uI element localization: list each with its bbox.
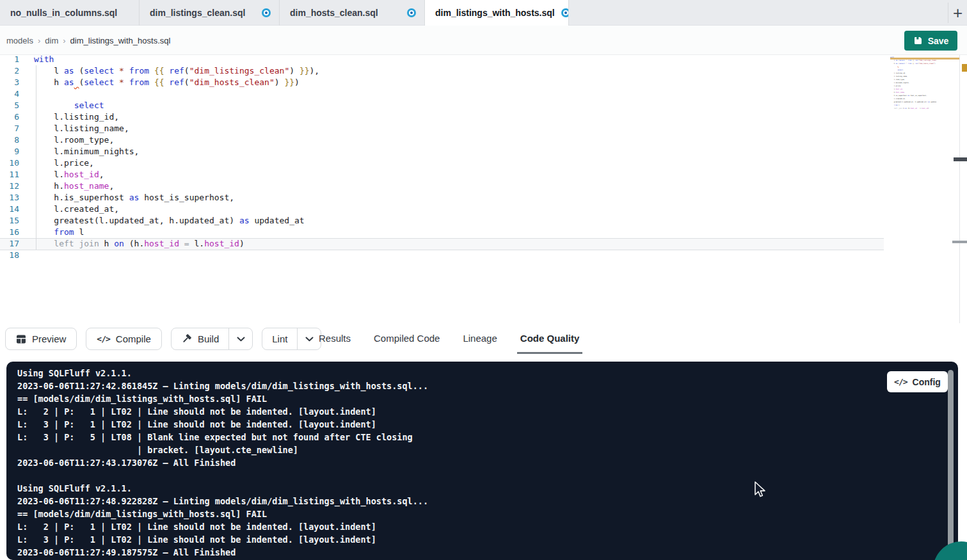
minimap-line: h as (select * from {{ ref("dim_hosts_cl… <box>890 62 936 65</box>
warning-marker <box>962 64 967 72</box>
scroll-position-marker[interactable] <box>954 157 967 161</box>
overview-ruler-border <box>959 55 960 323</box>
line-number: 6 <box>0 111 19 123</box>
save-icon <box>913 36 923 45</box>
build-split-button: Build <box>171 328 253 350</box>
line-number: 17 <box>0 238 19 250</box>
code-lines[interactable]: with l as (select * from {{ ref("dim_lis… <box>34 54 319 261</box>
lint-button-label: Lint <box>272 333 287 344</box>
code-line[interactable] <box>34 88 319 100</box>
code-line[interactable]: l.minimum_nights, <box>34 146 319 157</box>
code-icon: </> <box>894 377 907 387</box>
code-line[interactable]: l.price, <box>34 157 319 169</box>
code-line[interactable]: l.listing_name, <box>34 123 319 134</box>
code-line[interactable]: h.host_name, <box>34 180 319 192</box>
build-button-label: Build <box>198 333 219 344</box>
compile-button[interactable]: </> Compile <box>86 328 162 350</box>
breadcrumb-item[interactable]: dim_listings_with_hosts.sql <box>70 36 171 45</box>
cursor-line-marker <box>952 241 967 243</box>
lineage-tab[interactable]: Lineage <box>461 323 498 353</box>
dbt-ide-page: { "tabbar": { "tabs": [ { "label": "no_n… <box>0 0 967 560</box>
file-tab[interactable]: no_nulls_in_columns.sql <box>0 0 140 26</box>
unsaved-changes-icon-core <box>410 12 413 14</box>
code-line[interactable]: l.room_type, <box>34 134 319 146</box>
chevron-down-icon <box>237 337 245 342</box>
result-tabs: ResultsCompiled CodeLineageCode Quality <box>317 323 580 353</box>
line-number: 15 <box>0 215 19 227</box>
preview-button[interactable]: Preview <box>5 328 77 350</box>
code-line[interactable]: l.created_at, <box>34 204 319 215</box>
new-tab-button[interactable]: + <box>948 3 967 23</box>
file-tab-label: no_nulls_in_columns.sql <box>10 8 117 18</box>
code-line[interactable]: left join h on (h.host_id = l.host_id) <box>34 238 319 250</box>
code-line[interactable]: l as (select * from {{ ref("dim_listings… <box>34 65 319 77</box>
code-quality-tab[interactable]: Code Quality <box>519 323 581 353</box>
line-number: 18 <box>0 250 19 261</box>
line-number: 5 <box>0 100 19 111</box>
line-number: 8 <box>0 134 19 146</box>
line-number: 9 <box>0 146 19 157</box>
breadcrumb-bar: models›dim›dim_listings_with_hosts.sql S… <box>0 26 967 55</box>
breadcrumb-chevron-icon: › <box>38 36 40 45</box>
file-tab-label: dim_listings_with_hosts.sql <box>435 8 555 18</box>
build-dropdown-button[interactable] <box>228 328 252 349</box>
table-icon <box>16 334 26 344</box>
code-editor[interactable]: 123456789101112131415161718 with l as (s… <box>0 55 967 323</box>
terminal-scrollbar[interactable] <box>948 370 954 557</box>
save-button[interactable]: Save <box>904 31 957 51</box>
code-line[interactable]: l.listing_id, <box>34 111 319 123</box>
build-button[interactable]: Build <box>172 328 228 349</box>
results-tab[interactable]: Results <box>317 323 352 353</box>
code-line[interactable]: h as (select * from {{ ref("dim_hosts_cl… <box>34 77 319 88</box>
lint-split-button: Lint <box>262 328 321 350</box>
line-number: 4 <box>0 88 19 100</box>
unsaved-changes-icon <box>262 8 271 17</box>
plus-icon: + <box>953 4 963 21</box>
config-button[interactable]: </> Config <box>887 371 948 392</box>
line-number: 10 <box>0 157 19 169</box>
terminal-output: Using SQLFluff v2.1.1. 2023-06-06T11:27:… <box>17 367 428 559</box>
compile-button-label: Compile <box>116 333 151 344</box>
unsaved-changes-icon-ring <box>264 10 269 15</box>
mouse-cursor <box>754 481 767 498</box>
line-number: 11 <box>0 169 19 180</box>
code-line[interactable]: select <box>34 100 319 111</box>
unsaved-changes-icon-ring <box>409 10 414 15</box>
file-tab[interactable]: dim_hosts_clean.sql <box>280 0 425 26</box>
file-tab-label: dim_hosts_clean.sql <box>290 8 378 18</box>
line-number: 2 <box>0 65 19 77</box>
line-number: 13 <box>0 192 19 204</box>
lint-button[interactable]: Lint <box>262 328 297 349</box>
action-bar: Preview </> Compile Build Lint <box>0 323 967 362</box>
save-button-label: Save <box>928 36 949 46</box>
code-line[interactable]: with <box>34 54 319 65</box>
minimap[interactable]: with l as (select * from {{ ref("dim_lis… <box>890 56 936 126</box>
config-button-label: Config <box>913 377 941 387</box>
file-tab[interactable]: dim_listings_with_hosts.sql <box>425 0 569 26</box>
file-tab-label: dim_listings_clean.sql <box>150 8 245 18</box>
breadcrumb-item[interactable]: models <box>6 36 33 45</box>
code-icon: </> <box>97 334 109 344</box>
unsaved-changes-icon-ring <box>563 10 568 15</box>
code-line[interactable]: from l <box>34 227 319 238</box>
code-line[interactable]: h.is_superhost as host_is_superhost, <box>34 192 319 204</box>
compiled-code-tab[interactable]: Compiled Code <box>372 323 441 353</box>
breadcrumb: models›dim›dim_listings_with_hosts.sql <box>6 26 170 55</box>
breadcrumb-item[interactable]: dim <box>45 36 58 45</box>
file-tab[interactable]: dim_listings_clean.sql <box>140 0 280 26</box>
preview-button-label: Preview <box>32 333 66 344</box>
line-number: 12 <box>0 180 19 192</box>
line-number: 16 <box>0 227 19 238</box>
unsaved-changes-icon-core <box>564 12 567 14</box>
code-line[interactable] <box>34 250 319 261</box>
code-line[interactable]: l.host_id, <box>34 169 319 180</box>
line-number-gutter: 123456789101112131415161718 <box>0 54 19 261</box>
code-line[interactable]: greatest(l.updated_at, h.updated_at) as … <box>34 215 319 227</box>
hammer-icon <box>181 333 192 344</box>
line-number: 7 <box>0 123 19 134</box>
unsaved-changes-icon <box>407 8 416 17</box>
unsaved-changes-icon <box>561 8 569 17</box>
breadcrumb-chevron-icon: › <box>63 36 65 45</box>
terminal-panel[interactable]: Using SQLFluff v2.1.1. 2023-06-06T11:27:… <box>6 362 958 560</box>
file-tab-bar: no_nulls_in_columns.sqldim_listings_clea… <box>0 0 967 26</box>
